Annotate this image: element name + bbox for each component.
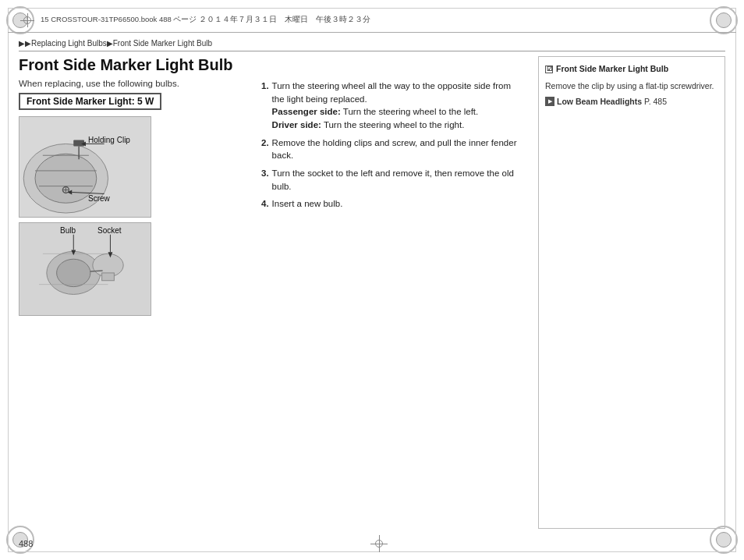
instr-driver-detail: Turn the steering wheel to the right. (324, 120, 464, 129)
spec-box: Front Side Marker Light: 5 W (19, 93, 161, 110)
label-socket: Socket (97, 226, 122, 235)
label-bulb: Bulb (60, 226, 76, 235)
svg-rect-6 (73, 140, 84, 147)
right-panel-title: ☑ Front Side Marker Light Bulb (545, 63, 718, 76)
svg-line-20 (90, 271, 103, 271)
instruction-4: 4. Insert a new bulb. (261, 197, 526, 211)
instruction-3: 3. Turn the socket to the left and remov… (261, 167, 526, 193)
header-crosshair-icon (20, 13, 34, 27)
instr-text-2: Remove the holding clips and screw, and … (272, 136, 526, 162)
label-screw: Screw (88, 194, 110, 203)
svg-point-2 (35, 154, 97, 203)
link-text: Low Beam Headlights P. 485 (557, 96, 667, 108)
footer-crosshair-icon (370, 535, 388, 552)
link-ref: ▶ Low Beam Headlights P. 485 (545, 96, 718, 108)
instr-num-3: 3. (261, 167, 269, 193)
header-strip: 15 CROSSTOUR-31TP66500.book 488 ページ ２０１４… (8, 8, 736, 33)
main-content: Front Side Marker Light Bulb When replac… (19, 56, 725, 529)
header-file-info: 15 CROSSTOUR-31TP66500.book 488 ページ ２０１４… (41, 15, 370, 25)
breadcrumb: ▶▶Replacing Light Bulbs▶Front Side Marke… (19, 39, 725, 51)
svg-rect-19 (102, 273, 115, 281)
instr-num-4: 4. (261, 197, 269, 211)
instr-passenger-detail: Turn the steering wheel to the left. (343, 107, 478, 116)
footer: 488 (19, 535, 725, 552)
instr-num-1: 1. (261, 80, 269, 132)
checkbox-icon: ☑ (545, 66, 553, 73)
instruction-2: 2. Remove the holding clips and screw, a… (261, 136, 526, 162)
instr-text-1: Turn the steering wheel all the way to t… (272, 80, 526, 132)
diagram-2-svg (19, 223, 151, 315)
right-panel: ☑ Front Side Marker Light Bulb Remove th… (538, 56, 725, 529)
diagram-1-svg (19, 117, 151, 217)
page-number: 488 (19, 539, 33, 548)
intro-text: When replacing, use the following bulbs. (19, 79, 249, 88)
instr-text-4: Insert a new bulb. (272, 197, 343, 211)
label-holding-clip: Holding Clip (88, 136, 130, 144)
instructions-column: 1. Turn the steering wheel all the way t… (261, 56, 526, 529)
instr-passenger-label: Passenger side: (272, 107, 341, 116)
left-column: Front Side Marker Light Bulb When replac… (19, 56, 249, 529)
page-title: Front Side Marker Light Bulb (19, 56, 249, 74)
instr-text-3: Turn the socket to the left and remove i… (272, 167, 526, 193)
instr-num-2: 2. (261, 136, 269, 162)
diagram-2: Bulb Socket (19, 222, 151, 316)
link-icon: ▶ (545, 97, 554, 106)
diagram-1: Holding Clip Screw (19, 116, 151, 218)
svg-point-17 (57, 259, 90, 286)
right-panel-body: Remove the clip by using a flat-tip scre… (545, 80, 718, 93)
instruction-1: 1. Turn the steering wheel all the way t… (261, 80, 526, 132)
instr-driver-label: Driver side: (272, 120, 321, 129)
